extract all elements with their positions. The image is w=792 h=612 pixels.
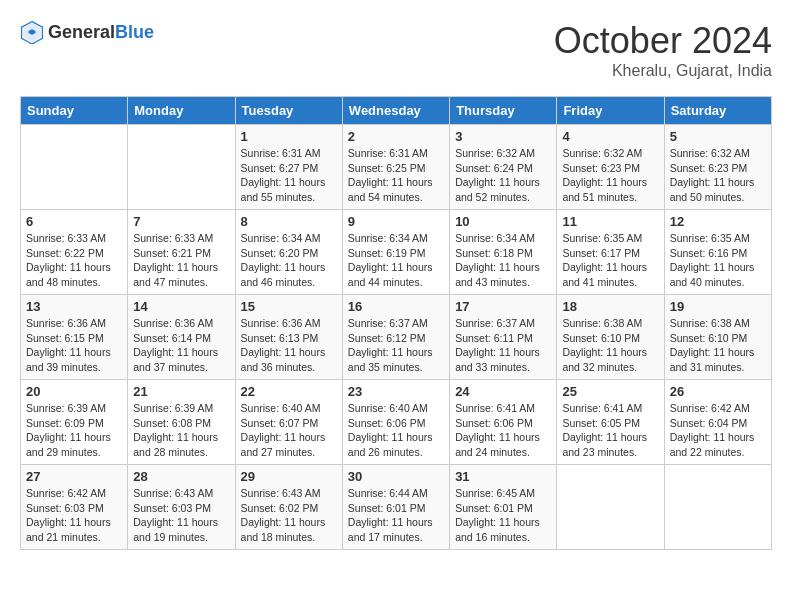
day-cell: 1Sunrise: 6:31 AM Sunset: 6:27 PM Daylig… — [235, 125, 342, 210]
day-number: 16 — [348, 299, 444, 314]
title-section: October 2024 Kheralu, Gujarat, India — [554, 20, 772, 80]
day-cell: 15Sunrise: 6:36 AM Sunset: 6:13 PM Dayli… — [235, 295, 342, 380]
day-number: 10 — [455, 214, 551, 229]
day-cell: 8Sunrise: 6:34 AM Sunset: 6:20 PM Daylig… — [235, 210, 342, 295]
day-cell: 29Sunrise: 6:43 AM Sunset: 6:02 PM Dayli… — [235, 465, 342, 550]
week-row-5: 27Sunrise: 6:42 AM Sunset: 6:03 PM Dayli… — [21, 465, 772, 550]
day-number: 5 — [670, 129, 766, 144]
day-number: 27 — [26, 469, 122, 484]
day-content: Sunrise: 6:43 AM Sunset: 6:03 PM Dayligh… — [133, 486, 229, 545]
day-cell: 3Sunrise: 6:32 AM Sunset: 6:24 PM Daylig… — [450, 125, 557, 210]
day-content: Sunrise: 6:35 AM Sunset: 6:17 PM Dayligh… — [562, 231, 658, 290]
day-content: Sunrise: 6:42 AM Sunset: 6:03 PM Dayligh… — [26, 486, 122, 545]
day-cell: 4Sunrise: 6:32 AM Sunset: 6:23 PM Daylig… — [557, 125, 664, 210]
day-cell: 24Sunrise: 6:41 AM Sunset: 6:06 PM Dayli… — [450, 380, 557, 465]
week-row-4: 20Sunrise: 6:39 AM Sunset: 6:09 PM Dayli… — [21, 380, 772, 465]
day-cell: 26Sunrise: 6:42 AM Sunset: 6:04 PM Dayli… — [664, 380, 771, 465]
day-cell: 28Sunrise: 6:43 AM Sunset: 6:03 PM Dayli… — [128, 465, 235, 550]
day-content: Sunrise: 6:36 AM Sunset: 6:13 PM Dayligh… — [241, 316, 337, 375]
day-content: Sunrise: 6:38 AM Sunset: 6:10 PM Dayligh… — [562, 316, 658, 375]
day-content: Sunrise: 6:40 AM Sunset: 6:06 PM Dayligh… — [348, 401, 444, 460]
day-number: 21 — [133, 384, 229, 399]
day-content: Sunrise: 6:45 AM Sunset: 6:01 PM Dayligh… — [455, 486, 551, 545]
day-cell: 27Sunrise: 6:42 AM Sunset: 6:03 PM Dayli… — [21, 465, 128, 550]
day-number: 23 — [348, 384, 444, 399]
day-number: 26 — [670, 384, 766, 399]
day-cell: 5Sunrise: 6:32 AM Sunset: 6:23 PM Daylig… — [664, 125, 771, 210]
week-row-3: 13Sunrise: 6:36 AM Sunset: 6:15 PM Dayli… — [21, 295, 772, 380]
day-number: 29 — [241, 469, 337, 484]
day-number: 12 — [670, 214, 766, 229]
day-content: Sunrise: 6:39 AM Sunset: 6:08 PM Dayligh… — [133, 401, 229, 460]
page-header: GeneralBlue October 2024 Kheralu, Gujara… — [20, 20, 772, 80]
day-number: 18 — [562, 299, 658, 314]
day-cell: 18Sunrise: 6:38 AM Sunset: 6:10 PM Dayli… — [557, 295, 664, 380]
day-cell: 25Sunrise: 6:41 AM Sunset: 6:05 PM Dayli… — [557, 380, 664, 465]
day-content: Sunrise: 6:31 AM Sunset: 6:25 PM Dayligh… — [348, 146, 444, 205]
day-number: 20 — [26, 384, 122, 399]
day-header-sunday: Sunday — [21, 97, 128, 125]
day-number: 8 — [241, 214, 337, 229]
day-cell: 2Sunrise: 6:31 AM Sunset: 6:25 PM Daylig… — [342, 125, 449, 210]
day-cell: 14Sunrise: 6:36 AM Sunset: 6:14 PM Dayli… — [128, 295, 235, 380]
day-header-saturday: Saturday — [664, 97, 771, 125]
day-cell — [21, 125, 128, 210]
day-cell: 20Sunrise: 6:39 AM Sunset: 6:09 PM Dayli… — [21, 380, 128, 465]
header-row: SundayMondayTuesdayWednesdayThursdayFrid… — [21, 97, 772, 125]
day-number: 25 — [562, 384, 658, 399]
day-cell: 7Sunrise: 6:33 AM Sunset: 6:21 PM Daylig… — [128, 210, 235, 295]
day-number: 15 — [241, 299, 337, 314]
day-number: 28 — [133, 469, 229, 484]
day-cell: 21Sunrise: 6:39 AM Sunset: 6:08 PM Dayli… — [128, 380, 235, 465]
day-number: 6 — [26, 214, 122, 229]
day-number: 4 — [562, 129, 658, 144]
day-header-thursday: Thursday — [450, 97, 557, 125]
day-cell: 10Sunrise: 6:34 AM Sunset: 6:18 PM Dayli… — [450, 210, 557, 295]
day-cell: 17Sunrise: 6:37 AM Sunset: 6:11 PM Dayli… — [450, 295, 557, 380]
day-content: Sunrise: 6:32 AM Sunset: 6:23 PM Dayligh… — [562, 146, 658, 205]
day-number: 31 — [455, 469, 551, 484]
day-cell — [557, 465, 664, 550]
day-cell: 9Sunrise: 6:34 AM Sunset: 6:19 PM Daylig… — [342, 210, 449, 295]
logo: GeneralBlue — [20, 20, 154, 44]
day-content: Sunrise: 6:43 AM Sunset: 6:02 PM Dayligh… — [241, 486, 337, 545]
day-content: Sunrise: 6:37 AM Sunset: 6:12 PM Dayligh… — [348, 316, 444, 375]
logo-icon — [20, 20, 44, 44]
location-title: Kheralu, Gujarat, India — [554, 62, 772, 80]
day-number: 30 — [348, 469, 444, 484]
day-cell: 16Sunrise: 6:37 AM Sunset: 6:12 PM Dayli… — [342, 295, 449, 380]
day-number: 11 — [562, 214, 658, 229]
calendar-table: SundayMondayTuesdayWednesdayThursdayFrid… — [20, 96, 772, 550]
day-content: Sunrise: 6:38 AM Sunset: 6:10 PM Dayligh… — [670, 316, 766, 375]
logo-name: GeneralBlue — [48, 22, 154, 43]
day-number: 22 — [241, 384, 337, 399]
day-content: Sunrise: 6:42 AM Sunset: 6:04 PM Dayligh… — [670, 401, 766, 460]
day-cell: 30Sunrise: 6:44 AM Sunset: 6:01 PM Dayli… — [342, 465, 449, 550]
day-number: 9 — [348, 214, 444, 229]
day-cell — [664, 465, 771, 550]
day-number: 14 — [133, 299, 229, 314]
day-cell: 22Sunrise: 6:40 AM Sunset: 6:07 PM Dayli… — [235, 380, 342, 465]
day-cell: 31Sunrise: 6:45 AM Sunset: 6:01 PM Dayli… — [450, 465, 557, 550]
week-row-1: 1Sunrise: 6:31 AM Sunset: 6:27 PM Daylig… — [21, 125, 772, 210]
day-cell — [128, 125, 235, 210]
day-content: Sunrise: 6:37 AM Sunset: 6:11 PM Dayligh… — [455, 316, 551, 375]
day-cell: 6Sunrise: 6:33 AM Sunset: 6:22 PM Daylig… — [21, 210, 128, 295]
day-content: Sunrise: 6:44 AM Sunset: 6:01 PM Dayligh… — [348, 486, 444, 545]
day-content: Sunrise: 6:31 AM Sunset: 6:27 PM Dayligh… — [241, 146, 337, 205]
day-content: Sunrise: 6:34 AM Sunset: 6:18 PM Dayligh… — [455, 231, 551, 290]
day-number: 1 — [241, 129, 337, 144]
day-content: Sunrise: 6:39 AM Sunset: 6:09 PM Dayligh… — [26, 401, 122, 460]
day-cell: 11Sunrise: 6:35 AM Sunset: 6:17 PM Dayli… — [557, 210, 664, 295]
month-title: October 2024 — [554, 20, 772, 62]
day-cell: 23Sunrise: 6:40 AM Sunset: 6:06 PM Dayli… — [342, 380, 449, 465]
week-row-2: 6Sunrise: 6:33 AM Sunset: 6:22 PM Daylig… — [21, 210, 772, 295]
day-cell: 19Sunrise: 6:38 AM Sunset: 6:10 PM Dayli… — [664, 295, 771, 380]
day-number: 19 — [670, 299, 766, 314]
day-content: Sunrise: 6:36 AM Sunset: 6:15 PM Dayligh… — [26, 316, 122, 375]
day-content: Sunrise: 6:36 AM Sunset: 6:14 PM Dayligh… — [133, 316, 229, 375]
day-cell: 12Sunrise: 6:35 AM Sunset: 6:16 PM Dayli… — [664, 210, 771, 295]
day-content: Sunrise: 6:33 AM Sunset: 6:22 PM Dayligh… — [26, 231, 122, 290]
day-cell: 13Sunrise: 6:36 AM Sunset: 6:15 PM Dayli… — [21, 295, 128, 380]
day-header-tuesday: Tuesday — [235, 97, 342, 125]
